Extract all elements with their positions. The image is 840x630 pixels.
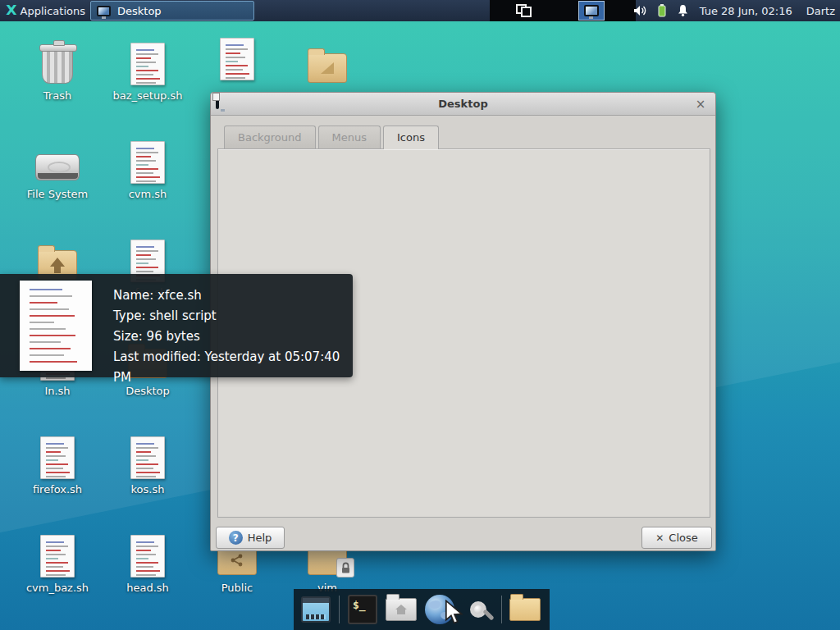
- desktop-settings-icon: [216, 95, 219, 107]
- file-tooltip: Name: xfce.sh Type: shell script Size: 9…: [0, 274, 353, 377]
- folder-icon: [308, 53, 347, 83]
- desktop-icon-baz-setup[interactable]: baz_setup.sh: [111, 41, 185, 102]
- trash-icon: [42, 49, 73, 84]
- desktop-icon-trash[interactable]: Trash: [21, 41, 94, 102]
- harddisk-icon: [35, 154, 80, 180]
- dock-show-desktop-button[interactable]: [300, 594, 331, 625]
- desktop-icon-script[interactable]: [200, 36, 274, 84]
- shell-script-icon: [130, 141, 165, 184]
- lock-badge-icon: [336, 558, 354, 578]
- dock-search-button[interactable]: [463, 594, 494, 625]
- shell-script-icon: [40, 535, 75, 578]
- dock-file-manager-button[interactable]: [386, 594, 417, 625]
- user-name[interactable]: Dartz: [806, 5, 835, 17]
- close-icon[interactable]: ×: [692, 96, 709, 112]
- close-x-icon: ✕: [655, 532, 664, 544]
- shell-script-icon: [130, 535, 165, 578]
- panel-tray-area: [490, 0, 636, 21]
- help-button[interactable]: ? Help: [216, 527, 285, 549]
- desktop-icon-label: firefox.sh: [21, 483, 94, 495]
- desktop-icon-templates[interactable]: [290, 41, 364, 89]
- desktop-icon-label: cvm_baz.sh: [21, 582, 94, 594]
- file-manager-icon: [386, 598, 417, 621]
- dialog-titlebar[interactable]: Desktop ×: [211, 93, 715, 116]
- dialog-title: Desktop: [211, 98, 715, 110]
- tab-icons[interactable]: Icons: [383, 126, 439, 149]
- workspace-switcher-icon[interactable]: [516, 4, 532, 17]
- window-icon: [97, 6, 111, 16]
- shell-script-icon: [130, 43, 165, 85]
- applications-label: Applications: [21, 5, 85, 17]
- up-arrow-emblem-icon: [50, 258, 65, 267]
- close-button-label: Close: [669, 532, 697, 544]
- desktop-icon-label: File System: [21, 188, 94, 200]
- desktop-icon-head[interactable]: head.sh: [111, 533, 185, 594]
- notifications-bell-icon[interactable]: [677, 4, 689, 17]
- dialog-tabs: Background Menus Icons: [224, 126, 439, 149]
- dock-folder-button[interactable]: [509, 594, 541, 625]
- share-emblem-icon: [230, 553, 244, 568]
- tooltip-modified: Last modified: Yesterday at 05:07:40 PM: [113, 347, 353, 388]
- panel-status-area: Tue 28 Jun, 02:16 Dartz: [633, 0, 840, 21]
- file-thumbnail: [20, 281, 92, 371]
- desktop-icon-filesystem[interactable]: File System: [21, 139, 94, 200]
- terminal-icon: $_: [348, 595, 377, 624]
- desktop-icon-label: Public: [200, 582, 274, 594]
- display-tray-button[interactable]: [578, 1, 605, 21]
- desktop-icon-label: cvm.sh: [111, 188, 185, 200]
- taskbar-window-label: Desktop: [117, 5, 162, 17]
- desktop-icon-label: baz_setup.sh: [111, 89, 185, 102]
- desktop-icon-cvm-baz[interactable]: cvm_baz.sh: [21, 533, 94, 594]
- clock[interactable]: Tue 28 Jun, 02:16: [700, 5, 792, 17]
- close-button[interactable]: ✕ Close: [641, 527, 712, 549]
- tooltip-name: Name: xfce.sh: [113, 285, 353, 306]
- dock: $_: [294, 589, 550, 630]
- desktop-icon-firefox[interactable]: firefox.sh: [21, 435, 94, 495]
- help-button-label: Help: [248, 532, 272, 544]
- desktop-icon-label: Trash: [21, 89, 94, 102]
- taskbar-window-button[interactable]: Desktop: [90, 1, 254, 21]
- search-icon: [470, 601, 486, 618]
- dock-terminal-button[interactable]: $_: [347, 594, 378, 625]
- desktop-icon-kos[interactable]: kos.sh: [111, 435, 185, 495]
- tooltip-size: Size: 96 bytes: [113, 326, 353, 347]
- folder-icon: [509, 598, 541, 621]
- applications-menu[interactable]: X Applications ≡: [0, 0, 103, 21]
- desktop-screen: Trash baz_setup.sh File System cvm.sh xf…: [0, 0, 840, 630]
- mouse-cursor: [445, 600, 464, 626]
- shell-script-icon: [130, 436, 165, 479]
- tab-background[interactable]: Background: [224, 126, 316, 148]
- help-icon: ?: [229, 531, 243, 545]
- battery-icon[interactable]: [658, 4, 666, 17]
- templates-emblem-icon: [321, 62, 334, 74]
- dock-separator: [339, 596, 340, 623]
- desktop-icon-label: In.sh: [21, 385, 94, 397]
- tab-menus[interactable]: Menus: [318, 126, 381, 148]
- tooltip-type: Type: shell script: [113, 306, 353, 326]
- desktop-window-icon: [301, 596, 331, 623]
- volume-icon[interactable]: [633, 5, 647, 16]
- desktop-icon-cvm[interactable]: cvm.sh: [111, 139, 185, 200]
- desktop-icon-label: head.sh: [111, 582, 185, 594]
- xfce-logo-icon: X: [6, 3, 16, 18]
- dock-separator: [501, 596, 502, 623]
- shell-script-icon: [40, 436, 75, 479]
- desktop-icon-label: kos.sh: [111, 483, 185, 495]
- shell-script-icon: [220, 38, 254, 80]
- top-panel: X Applications ≡ Desktop Tue 28 Jun, 02:…: [0, 0, 840, 21]
